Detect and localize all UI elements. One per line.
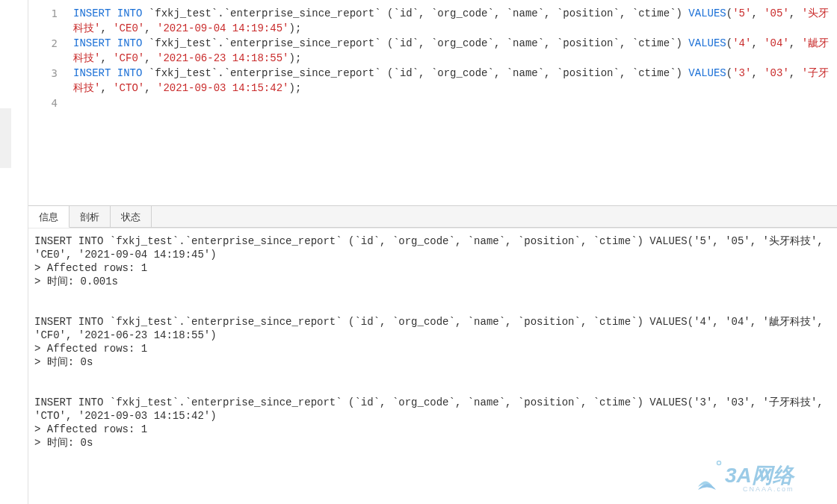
output-result-block: INSERT INTO `fxkj_test`.`enterprise_sinc… <box>34 396 831 449</box>
watermark-logo: 3A网络 CNAAA.com <box>697 457 824 495</box>
line-number: 3 <box>28 66 70 96</box>
line-number: 4 <box>28 96 70 111</box>
editor-left-margin <box>0 0 28 205</box>
line-number: 2 <box>28 36 70 66</box>
tab-profile[interactable]: 剖析 <box>70 206 111 227</box>
output-affected-rows: > Affected rows: 1 <box>34 342 831 355</box>
sql-editor[interactable]: 1 2 3 4 INSERT INTO `fxkj_test`.`enterpr… <box>28 0 837 205</box>
output-text: INSERT INTO `fxkj_test`.`enterprise_sinc… <box>34 234 831 476</box>
output-affected-rows: > Affected rows: 1 <box>34 261 831 275</box>
code-content[interactable]: INSERT INTO `fxkj_test`.`enterprise_sinc… <box>73 6 830 96</box>
output-time: > 时间: 0.001s <box>34 275 831 288</box>
sql-statement: INSERT INTO `fxkj_test`.`enterprise_sinc… <box>73 66 830 96</box>
sql-statement: INSERT INTO `fxkj_test`.`enterprise_sinc… <box>73 36 830 66</box>
output-time: > 时间: 0s <box>34 436 831 449</box>
sql-statement: INSERT INTO `fxkj_test`.`enterprise_sinc… <box>73 6 830 36</box>
tab-status[interactable]: 状态 <box>111 206 152 227</box>
output-time: > 时间: 0s <box>34 355 831 369</box>
line-number-gutter: 1 2 3 4 <box>28 0 70 205</box>
output-statement: INSERT INTO `fxkj_test`.`enterprise_sinc… <box>34 315 831 342</box>
svg-point-0 <box>717 461 721 465</box>
output-statement: INSERT INTO `fxkj_test`.`enterprise_sinc… <box>34 234 831 261</box>
line-number: 1 <box>28 6 70 36</box>
output-result-block: INSERT INTO `fxkj_test`.`enterprise_sinc… <box>34 315 831 369</box>
output-tab-bar: 信息 剖析 状态 <box>28 205 837 228</box>
output-statement: INSERT INTO `fxkj_test`.`enterprise_sinc… <box>34 396 831 423</box>
tab-info[interactable]: 信息 <box>28 206 70 228</box>
output-affected-rows: > Affected rows: 1 <box>34 423 831 436</box>
svg-text:CNAAA.com: CNAAA.com <box>743 485 794 493</box>
editor-left-margin-marker <box>0 108 11 168</box>
svg-text:3A网络: 3A网络 <box>725 464 796 487</box>
output-result-block: INSERT INTO `fxkj_test`.`enterprise_sinc… <box>34 234 831 288</box>
output-left-margin <box>0 205 28 504</box>
